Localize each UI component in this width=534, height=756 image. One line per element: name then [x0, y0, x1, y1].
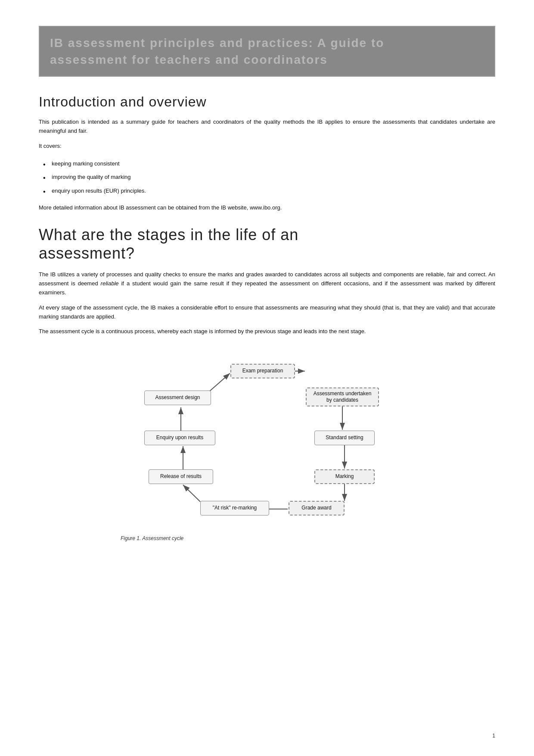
- intro-bullet-list: keeping marking consistent improving the…: [39, 157, 495, 198]
- stages-para1: The IB utilizes a variety of processes a…: [39, 270, 495, 297]
- svg-line-10: [209, 373, 230, 392]
- figure-caption: Figure 1. Assessment cycle: [121, 535, 413, 541]
- page-number: 1: [492, 733, 495, 739]
- diagram-box-grade-award: Grade award: [289, 501, 345, 515]
- intro-heading: Introduction and overview: [39, 94, 495, 110]
- diagram-box-marking: Marking: [314, 469, 375, 484]
- diagram-box-standard-setting: Standard setting: [314, 431, 375, 445]
- stages-para2: At every stage of the assessment cycle, …: [39, 303, 495, 322]
- header-banner-text: IB assessment principles and practices: …: [50, 34, 484, 68]
- diagram-box-at-risk: "At risk" re-marking: [200, 501, 269, 515]
- diagram-box-assessment-design: Assessment design: [144, 390, 211, 405]
- intro-para1: This publication is intended as a summar…: [39, 118, 495, 136]
- diagram-box-exam-prep: Exam preparation: [230, 364, 295, 378]
- introduction-section: Introduction and overview This publicati…: [39, 94, 495, 212]
- intro-para2: It covers:: [39, 142, 495, 151]
- stages-section: What are the stages in the life of an as…: [39, 225, 495, 541]
- diagram-box-release: Release of results: [149, 469, 213, 484]
- svg-line-7: [183, 485, 200, 502]
- stages-heading: What are the stages in the life of an as…: [39, 225, 495, 262]
- bullet-item-3: enquiry upon results (EUR) principles.: [39, 184, 495, 198]
- diagram-box-enquiry: Enquiry upon results: [144, 431, 215, 445]
- header-banner: IB assessment principles and practices: …: [39, 26, 495, 77]
- bullet-item-2: improving the quality of marking: [39, 170, 495, 184]
- assessment-cycle-diagram: Exam preparation Assessments undertakenb…: [121, 355, 413, 528]
- intro-para3: More detailed information about IB asses…: [39, 203, 495, 212]
- bullet-item-1: keeping marking consistent: [39, 157, 495, 171]
- stages-para3: The assessment cycle is a continuous pro…: [39, 327, 495, 336]
- diagram-box-assessments: Assessments undertakenby candidates: [306, 387, 379, 406]
